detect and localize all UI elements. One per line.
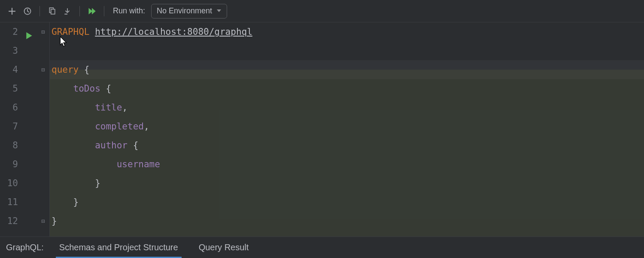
line-number: 3 xyxy=(0,41,18,60)
copy-icon[interactable] xyxy=(45,4,59,18)
line-number-gutter: 23456789101112 xyxy=(0,22,23,236)
separator xyxy=(104,6,104,16)
request-url[interactable]: http://localhost:8080/graphql xyxy=(95,27,252,37)
run-line-icon[interactable] xyxy=(26,28,33,46)
environment-selected-value: No Environment xyxy=(157,6,212,15)
line-number: 7 xyxy=(0,117,18,136)
line-number: 12 xyxy=(0,212,18,230)
environment-select[interactable]: No Environment xyxy=(151,4,227,18)
code-line[interactable] xyxy=(52,41,644,60)
run-all-icon[interactable] xyxy=(85,4,99,18)
code-line[interactable]: } xyxy=(52,212,644,230)
code-area[interactable]: GRAPHQL http://localhost:8080/graphql qu… xyxy=(50,22,644,236)
line-number: 10 xyxy=(0,174,18,193)
fold-end-icon[interactable]: ⊟ xyxy=(41,218,45,224)
chevron-down-icon xyxy=(216,7,222,15)
code-line[interactable]: completed, xyxy=(52,117,644,136)
code-line[interactable]: GRAPHQL http://localhost:8080/graphql xyxy=(52,22,644,41)
line-number: 9 xyxy=(0,155,18,174)
history-icon[interactable] xyxy=(21,4,34,18)
fold-toggle-icon[interactable]: ⊟ xyxy=(41,67,45,73)
fold-toggle-icon[interactable]: ⊟ xyxy=(41,29,45,35)
line-number: 4 xyxy=(0,60,18,79)
request-method: GRAPHQL xyxy=(52,27,90,37)
code-line[interactable]: toDos { xyxy=(52,79,644,98)
code-line[interactable]: query { xyxy=(52,60,644,79)
code-line[interactable]: title, xyxy=(52,98,644,117)
separator xyxy=(39,6,40,16)
code-line[interactable]: } xyxy=(52,174,644,193)
run-with-label: Run with: xyxy=(113,6,145,15)
bottom-panel: GraphQL: Schemas and Project StructureQu… xyxy=(0,236,644,258)
bottom-tab[interactable]: Schemas and Project Structure xyxy=(59,237,178,258)
code-editor[interactable]: 23456789101112 ⊟ ⊟ ⊟ GRAPHQL http://loca… xyxy=(0,22,644,236)
code-line[interactable]: author { xyxy=(52,136,644,155)
toolbar: Run with: No Environment xyxy=(0,0,644,22)
code-line[interactable]: } xyxy=(52,193,644,212)
add-icon[interactable] xyxy=(5,4,19,18)
line-number: 11 xyxy=(0,193,18,212)
line-number: 6 xyxy=(0,98,18,117)
svg-rect-1 xyxy=(51,9,55,14)
line-number: 5 xyxy=(0,79,18,98)
run-gutter xyxy=(23,22,39,236)
separator xyxy=(79,6,80,16)
line-number: 8 xyxy=(0,136,18,155)
fold-gutter: ⊟ ⊟ ⊟ xyxy=(39,22,50,236)
bottom-tab[interactable]: Query Result xyxy=(199,237,249,258)
import-icon[interactable] xyxy=(61,4,74,18)
line-number: 2 xyxy=(0,22,18,41)
code-line[interactable]: username xyxy=(52,155,644,174)
panel-title: GraphQL: xyxy=(6,243,44,252)
